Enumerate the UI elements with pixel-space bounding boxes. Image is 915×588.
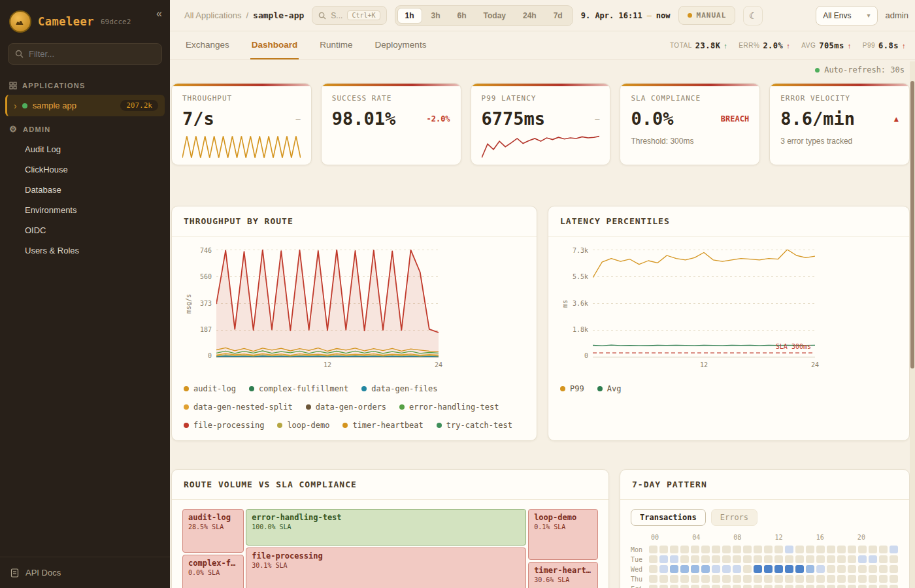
sidebar-item-sample-app[interactable]: › sample app 207.2k (5, 95, 165, 116)
heatmap-cell[interactable] (691, 565, 699, 573)
heatmap-cell[interactable] (701, 585, 710, 588)
heatmap-cell[interactable] (890, 575, 898, 583)
heatmap-cell[interactable] (795, 575, 804, 583)
heatmap-cell[interactable] (795, 555, 804, 563)
heatmap-cell[interactable] (670, 565, 678, 573)
breadcrumb-root[interactable]: All Applications (184, 10, 241, 20)
heatmap-cell[interactable] (712, 555, 720, 563)
heatmap-cell[interactable] (649, 575, 657, 583)
heatmap-cell[interactable] (754, 555, 762, 563)
heatmap-cell[interactable] (879, 575, 888, 583)
heatmap-cell[interactable] (806, 555, 814, 563)
heatmap-cell[interactable] (816, 546, 825, 553)
treemap-cell-timer-heartbeat[interactable]: timer-heartbeat30.6% SLA (528, 562, 598, 588)
heatmap-cell[interactable] (837, 585, 846, 588)
heatmap-cell[interactable] (827, 565, 835, 573)
tab-deployments[interactable]: Deployments (374, 31, 428, 59)
heatmap-cell[interactable] (691, 585, 699, 588)
heatmap-cell[interactable] (649, 546, 657, 553)
heatmap-cell[interactable] (764, 585, 773, 588)
heatmap-cell[interactable] (869, 555, 877, 563)
heatmap-cell[interactable] (869, 546, 877, 553)
heatmap-cell[interactable] (858, 565, 867, 573)
heatmap-cell[interactable] (659, 565, 668, 573)
heatmap-cell[interactable] (869, 585, 877, 588)
heatmap-cell[interactable] (659, 585, 668, 588)
heatmap-cell[interactable] (785, 555, 793, 563)
time-range-3h[interactable]: 3h (424, 8, 448, 24)
heatmap-toggle-errors[interactable]: Errors (711, 509, 757, 526)
heatmap-cell[interactable] (774, 555, 783, 563)
sidebar-filter[interactable] (8, 43, 162, 65)
treemap-cell-audit-log[interactable]: audit-log28.5% SLA (182, 509, 244, 553)
filter-input[interactable] (29, 49, 155, 59)
heatmap-cell[interactable] (680, 565, 689, 573)
heatmap-cell[interactable] (691, 575, 699, 583)
heatmap-cell[interactable] (743, 565, 752, 573)
heatmap-cell[interactable] (680, 546, 689, 553)
heatmap-cell[interactable] (680, 555, 689, 563)
heatmap-cell[interactable] (743, 546, 752, 553)
treemap-cell-loop-demo[interactable]: loop-demo0.1% SLA (528, 509, 598, 560)
heatmap-cell[interactable] (795, 565, 804, 573)
heatmap-cell[interactable] (670, 585, 678, 588)
heatmap-cell[interactable] (743, 555, 752, 563)
legend-item-timer-heartbeat[interactable]: timer-heartbeat (342, 421, 423, 430)
heatmap-cell[interactable] (733, 555, 741, 563)
sidebar-item-users-roles[interactable]: Users & Roles (0, 240, 170, 261)
treemap-cell-error-handling-test[interactable]: error-handling-test100.0% SLA (246, 509, 526, 546)
heatmap-cell[interactable] (869, 575, 877, 583)
heatmap-cell[interactable] (890, 565, 898, 573)
heatmap-cell[interactable] (795, 585, 804, 588)
heatmap-cell[interactable] (858, 585, 867, 588)
heatmap-cell[interactable] (670, 575, 678, 583)
heatmap-cell[interactable] (879, 565, 888, 573)
heatmap-cell[interactable] (754, 546, 762, 553)
heatmap-cell[interactable] (722, 585, 731, 588)
sidebar-item-environments[interactable]: Environments (0, 200, 170, 220)
legend-item-data-gen-nested-split[interactable]: data-gen-nested-split (184, 402, 293, 412)
heatmap-cell[interactable] (701, 555, 710, 563)
heatmap-cell[interactable] (795, 546, 804, 553)
treemap-cell-complex-fulfillment[interactable]: complex-fulfillment0.0% SLA (182, 555, 244, 588)
heatmap-cell[interactable] (701, 575, 710, 583)
heatmap-cell[interactable] (890, 585, 898, 588)
heatmap-cell[interactable] (848, 575, 856, 583)
heatmap-cell[interactable] (764, 575, 773, 583)
heatmap-cell[interactable] (890, 555, 898, 563)
scrollbar-thumb[interactable] (910, 81, 914, 368)
heatmap-cell[interactable] (869, 565, 877, 573)
heatmap-cell[interactable] (680, 575, 689, 583)
heatmap-cell[interactable] (806, 546, 814, 553)
heatmap-cell[interactable] (858, 546, 867, 553)
sidebar-item-clickhouse[interactable]: ClickHouse (0, 159, 170, 180)
heatmap-cell[interactable] (806, 585, 814, 588)
legend-item-data-gen-orders[interactable]: data-gen-orders (306, 402, 386, 412)
heatmap-cell[interactable] (733, 565, 741, 573)
heatmap-cell[interactable] (816, 555, 825, 563)
sidebar-collapse-button[interactable]: « (156, 8, 162, 20)
heatmap-cell[interactable] (785, 565, 793, 573)
heatmap-toggle-transactions[interactable]: Transactions (631, 509, 706, 526)
heatmap-cell[interactable] (806, 565, 814, 573)
heatmap-cell[interactable] (722, 575, 731, 583)
heatmap-cell[interactable] (816, 585, 825, 588)
treemap-cell-file-processing[interactable]: file-processing30.1% SLA (246, 547, 526, 588)
heatmap-cell[interactable] (848, 565, 856, 573)
legend-item-p99[interactable]: P99 (560, 384, 584, 393)
heatmap-cell[interactable] (712, 585, 720, 588)
heatmap-cell[interactable] (837, 555, 846, 563)
heatmap-cell[interactable] (754, 585, 762, 588)
heatmap-cell[interactable] (848, 546, 856, 553)
heatmap-cell[interactable] (879, 546, 888, 553)
heatmap-cell[interactable] (816, 575, 825, 583)
heatmap-cell[interactable] (785, 585, 793, 588)
heatmap-cell[interactable] (774, 575, 783, 583)
legend-item-file-processing[interactable]: file-processing (184, 421, 264, 430)
heatmap-cell[interactable] (670, 546, 678, 553)
heatmap-cell[interactable] (743, 585, 752, 588)
heatmap-cell[interactable] (712, 575, 720, 583)
heatmap-cell[interactable] (712, 565, 720, 573)
time-range-7d[interactable]: 7d (546, 8, 571, 24)
heatmap-cell[interactable] (827, 585, 835, 588)
